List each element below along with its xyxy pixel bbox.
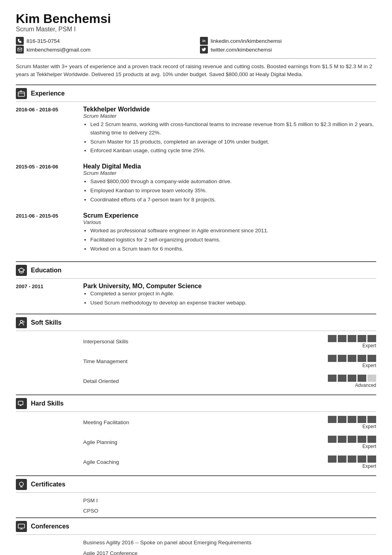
skill-name: Time Management <box>83 358 328 364</box>
phone-item: 816-315-0754 <box>16 37 192 45</box>
soft-skills-list: Interpersonal SkillsExpertTime Managemen… <box>16 335 376 388</box>
conferences-section-header: Conferences <box>16 517 376 535</box>
skill-block <box>328 455 337 463</box>
exp-bullet-item: Worked as professional software engineer… <box>90 227 376 235</box>
resume-header: Kim Benchemsi Scrum Master, PSM I 816-31… <box>16 12 376 54</box>
skill-item: Detail OrientedAdvanced <box>16 375 376 388</box>
email-item: kimbenchemsi@gmail.com <box>16 46 192 54</box>
svg-rect-1 <box>18 92 25 96</box>
skill-level: Advanced <box>355 383 376 388</box>
skill-block <box>348 436 356 443</box>
skill-block <box>348 335 356 342</box>
skill-block <box>328 436 337 443</box>
skill-level: Expert <box>362 363 376 368</box>
candidate-title: Scrum Master, PSM I <box>16 26 376 33</box>
skill-block <box>328 335 337 342</box>
certificates-section-header: Certificates <box>16 475 376 493</box>
skill-rating: Advanced <box>328 375 376 388</box>
skill-rating: Expert <box>328 455 376 469</box>
experience-section-title: Experience <box>31 90 65 97</box>
phone-icon <box>16 37 24 45</box>
skill-item: Agile CoachingExpert <box>16 455 376 469</box>
phone-text: 816-315-0754 <box>27 38 60 44</box>
skill-block <box>348 416 356 423</box>
conference-item: Agile 2017 Conference <box>16 549 376 555</box>
skill-item: Interpersonal SkillsExpert <box>16 335 376 348</box>
soft-skills-icon <box>16 317 27 328</box>
summary-text: Scrum Master with 3+ years of experience… <box>16 58 376 79</box>
skill-item: Meeting FacilitationExpert <box>16 416 376 429</box>
skill-block <box>358 416 366 423</box>
skill-block <box>367 355 376 362</box>
skill-name: Meeting Facilitation <box>83 419 328 425</box>
skill-block <box>358 355 366 362</box>
hard-skills-section-title: Hard Skills <box>31 400 64 407</box>
candidate-name: Kim Benchemsi <box>16 12 376 26</box>
twitter-icon <box>200 46 208 54</box>
exp-bullet-item: Coordinated efforts of a 7-person team f… <box>90 196 376 204</box>
exp-dates: 2011-06 - 2015-05 <box>16 212 79 254</box>
skill-block <box>338 416 346 423</box>
exp-content: Scrum ExperienceVariousWorked as profess… <box>83 212 376 254</box>
exp-company: Tekkhelper Worldwide <box>83 106 376 113</box>
skill-block <box>348 355 356 362</box>
skill-blocks <box>328 355 376 362</box>
exp-bullets: Worked as professional software engineer… <box>83 227 376 253</box>
certificates-icon <box>16 479 27 490</box>
skill-block <box>338 355 346 362</box>
exp-role: Scrum Master <box>83 170 376 176</box>
conference-item: Business Agility 2016 -- Spoke on panel … <box>16 539 376 547</box>
education-section-header: Education <box>16 261 376 279</box>
skill-block <box>367 375 376 382</box>
exp-bullets: Led 2 Scrum teams, working with cross-fu… <box>83 121 376 155</box>
email-icon <box>16 46 24 54</box>
experience-section-header: Experience <box>16 84 376 102</box>
exp-content: Healy Digital MediaScrum MasterSaved $80… <box>83 163 376 205</box>
certificates-section-title: Certificates <box>31 481 65 488</box>
skill-block <box>338 375 346 382</box>
skill-rating: Expert <box>328 335 376 348</box>
skill-block <box>348 375 356 382</box>
skill-item: Time ManagementExpert <box>16 355 376 368</box>
twitter-text: twitter.com/kimbenchemsi <box>211 47 272 53</box>
skill-block <box>348 455 356 463</box>
skill-block <box>358 455 366 463</box>
exp-bullet-item: Saved $800,000 through a company-wide au… <box>90 178 376 186</box>
skill-name: Detail Oriented <box>83 378 328 384</box>
education-list: 2007 - 2011Park University, MO, Computer… <box>16 283 376 308</box>
skill-block <box>328 355 337 362</box>
edu-bullet-item: Completed a senior project in Agile. <box>90 290 376 298</box>
experience-icon <box>16 88 27 99</box>
linkedin-text: linkedin.com/in/kimbenchemsi <box>211 38 282 44</box>
edu-bullet-item: Used Scrum methodology to develop an exp… <box>90 299 376 307</box>
skill-blocks <box>328 375 376 382</box>
skill-block <box>328 416 337 423</box>
conferences-section-title: Conferences <box>31 523 69 530</box>
certificate-item: PSM I <box>16 497 376 505</box>
skill-block <box>338 436 346 443</box>
skill-block <box>358 375 366 382</box>
skill-block <box>338 455 346 463</box>
skill-name: Interpersonal Skills <box>83 339 328 344</box>
skill-rating: Expert <box>328 416 376 429</box>
exp-company: Healy Digital Media <box>83 163 376 170</box>
skill-name: Agile Planning <box>83 439 328 445</box>
exp-bullet-item: Led 2 Scrum teams, working with cross-fu… <box>90 121 376 137</box>
hard-skills-section-header: Hard Skills <box>16 394 376 412</box>
exp-bullet-item: Facilitated logistics for 2 self-organiz… <box>90 236 376 244</box>
exp-bullet-item: Worked on a Scrum team for 6 months. <box>90 245 376 253</box>
certificates-list: PSM ICPSO <box>16 497 376 515</box>
svg-rect-0 <box>18 48 22 51</box>
experience-item: 2015-05 - 2016-06Healy Digital MediaScru… <box>16 163 376 205</box>
skill-item: Agile PlanningExpert <box>16 436 376 449</box>
twitter-item: twitter.com/kimbenchemsi <box>200 46 376 54</box>
skill-level: Expert <box>362 463 376 469</box>
hard-skills-list: Meeting FacilitationExpertAgile Planning… <box>16 416 376 469</box>
skill-block <box>358 335 366 342</box>
skill-blocks <box>328 416 376 423</box>
skill-block <box>338 335 346 342</box>
skill-level: Expert <box>362 444 376 449</box>
skill-rating: Expert <box>328 355 376 368</box>
skill-blocks <box>328 455 376 463</box>
edu-dates: 2007 - 2011 <box>16 283 79 308</box>
